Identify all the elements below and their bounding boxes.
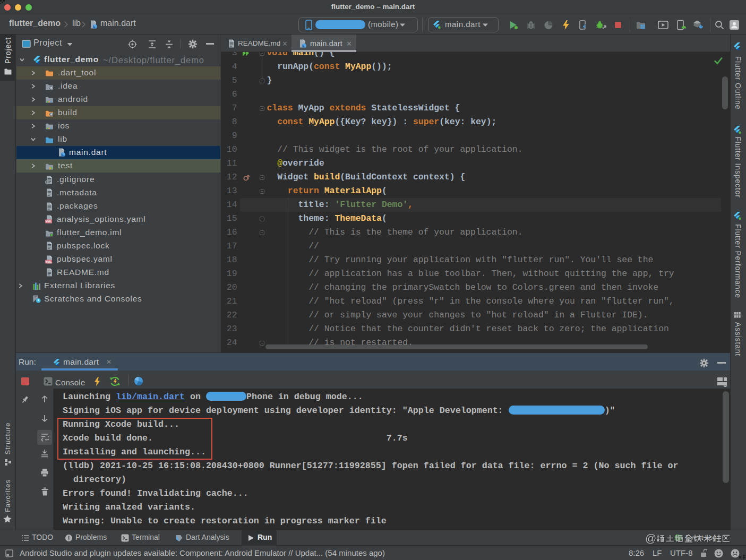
svg-text:YML: YML — [46, 220, 52, 223]
svg-text:YML: YML — [46, 260, 52, 263]
